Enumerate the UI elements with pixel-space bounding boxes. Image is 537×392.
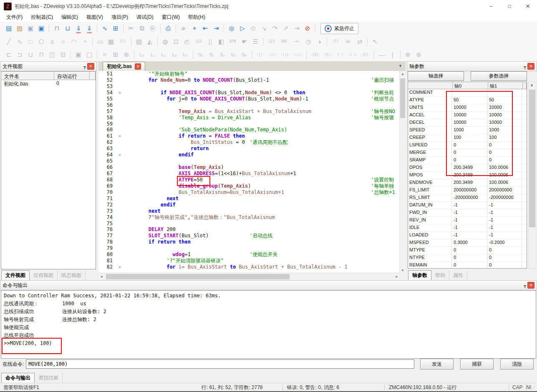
ladder-l0-icon[interactable]: L₀ xyxy=(137,50,147,60)
axis-scroll-thumb[interactable] xyxy=(529,90,535,227)
step-into-icon[interactable]: ↘ xyxy=(259,23,269,33)
clear-button[interactable]: 清除 xyxy=(500,359,534,369)
param-select-button[interactable]: 参数选择 xyxy=(471,71,527,81)
save-all-icon[interactable]: ▣ xyxy=(36,23,46,33)
download-ram-icon[interactable]: ⇓ram xyxy=(73,23,83,33)
ladder-ln-icon[interactable]: Lₙ xyxy=(180,50,190,60)
open-folder-icon[interactable]: ▨ xyxy=(15,23,25,33)
axis0-value[interactable]: 200000000 xyxy=(452,187,487,194)
fold-marker-icon[interactable]: ⊖ xyxy=(115,264,124,270)
axis1-value[interactable]: 10000 xyxy=(487,112,522,119)
scroll-left-icon[interactable]: ◄ xyxy=(98,274,104,279)
ladder-l2-icon[interactable]: L₂ xyxy=(159,50,169,60)
axis1-value[interactable] xyxy=(487,89,522,96)
axis-column-header[interactable]: 轴1 xyxy=(488,82,523,89)
send-button[interactable]: 发送 xyxy=(420,359,454,369)
ungroup-icon[interactable]: ▢ xyxy=(84,50,94,60)
axis-tab-axis-params[interactable]: 轴参数 xyxy=(408,270,431,281)
contact-open-icon[interactable]: -||- xyxy=(255,50,266,60)
close-panel-icon[interactable]: ✕ xyxy=(527,282,534,289)
axis-tab-properties[interactable]: 属性 xyxy=(449,271,467,280)
pin-icon[interactable]: ┳ xyxy=(524,64,526,69)
menu-item[interactable]: 文件(F) xyxy=(2,13,27,22)
editor-vertical-scrollbar[interactable]: ▲ ▼ xyxy=(399,71,406,273)
axis0-value[interactable]: 10000 xyxy=(452,104,487,111)
lamp-widget-icon[interactable]: ◍ xyxy=(160,37,170,47)
pie-tool-icon[interactable]: ◔ xyxy=(80,37,90,47)
function-f-block-icon[interactable]: -[F]- xyxy=(360,50,371,60)
axis0-value[interactable]: -1 xyxy=(452,217,487,224)
axis0-value[interactable]: 0 xyxy=(452,142,487,149)
axis0-value[interactable]: 200.3499 xyxy=(452,172,487,179)
group-icon[interactable]: ▣ xyxy=(73,50,83,60)
line-tool-icon[interactable]: ╱ xyxy=(4,37,14,47)
coil-output-icon[interactable]: ( ) xyxy=(334,50,346,60)
step-over-icon[interactable]: ↷ xyxy=(270,23,280,33)
axis0-value[interactable]: -1 xyxy=(452,209,487,216)
menu-item[interactable]: 窗口(W) xyxy=(158,13,184,22)
contact-closed-icon[interactable]: -|/|- xyxy=(267,50,279,60)
axis0-value[interactable]: -200000000 xyxy=(452,194,487,201)
disconnect-controller-icon[interactable]: ⊔ xyxy=(63,23,73,33)
grid-snap-icon[interactable]: ⌗ xyxy=(100,50,110,60)
axis1-value[interactable]: 0 xyxy=(487,254,522,261)
align-left-icon[interactable]: ⊏ xyxy=(4,50,14,60)
fold-marker-icon[interactable]: ⊖ xyxy=(115,152,124,158)
vertical-line-icon[interactable]: | xyxy=(388,50,398,60)
center-vertical-icon[interactable]: ⊟ xyxy=(58,50,68,60)
scroll-down-icon[interactable]: ▼ xyxy=(400,267,406,273)
stack-widget-icon[interactable]: ☰ xyxy=(250,37,260,47)
axis0-value[interactable]: 0 xyxy=(452,247,487,254)
close-button[interactable]: ✕ xyxy=(519,0,537,13)
axis1-value[interactable]: -0.2000 xyxy=(487,239,522,246)
switch-widget-icon[interactable]: ▯ xyxy=(205,37,215,47)
rect-tool-icon[interactable]: □ xyxy=(25,37,35,47)
center-horizontal-icon[interactable]: ◫ xyxy=(47,50,57,60)
node-slider-icon[interactable]: ─o─ xyxy=(291,37,303,47)
axis0-value[interactable]: -1 xyxy=(452,224,487,231)
text-input-icon[interactable]: ABC xyxy=(278,37,290,47)
textbox-widget-icon[interactable]: [T] xyxy=(330,37,341,47)
table-widget-icon[interactable]: ▦ xyxy=(106,37,116,47)
axis0-value[interactable]: 10000 xyxy=(452,112,487,119)
maximize-button[interactable]: □ xyxy=(500,0,519,13)
save-icon[interactable]: ▣ xyxy=(25,23,35,33)
output-tab-search-results[interactable]: 查找结果 xyxy=(35,373,63,383)
debug-run-icon[interactable]: ▷ xyxy=(237,23,247,33)
step-out-icon[interactable]: ↗ xyxy=(281,23,291,33)
indent-icon[interactable]: ⇥ xyxy=(211,23,221,33)
find-icon[interactable]: ⌕ xyxy=(179,23,189,33)
axis0-value[interactable] xyxy=(452,89,487,96)
editor-horizontal-scrollbar[interactable]: ◄ ► xyxy=(98,273,400,280)
imagebox-widget-icon[interactable]: [▨] xyxy=(342,37,354,47)
menu-item[interactable]: 视图(V) xyxy=(82,13,107,22)
menu-item[interactable]: 项目(P) xyxy=(107,13,132,22)
zigzag-tool-icon[interactable]: ≤ xyxy=(47,37,57,47)
axis0-value[interactable]: 0 xyxy=(452,149,487,156)
axis1-value[interactable]: 0 xyxy=(487,247,522,254)
close-panel-icon[interactable]: ✕ xyxy=(527,63,534,70)
coil-reset-icon[interactable]: -|C|- xyxy=(322,50,333,60)
connect-controller-icon[interactable]: ⊓ xyxy=(52,23,62,33)
axis1-value[interactable]: 0 xyxy=(487,142,522,149)
close-tab-icon[interactable]: ✕ xyxy=(135,63,141,70)
axis0-value[interactable]: 50 xyxy=(452,97,487,104)
axis1-value[interactable]: 10000 xyxy=(487,119,522,126)
number-input-icon[interactable]: 123 xyxy=(266,37,277,47)
delete-node-icon[interactable]: ⊗ xyxy=(403,50,413,60)
pin-icon[interactable]: ┳ xyxy=(524,283,526,288)
ladder-s0-icon[interactable]: S₀ xyxy=(196,50,206,60)
axis1-value[interactable]: -1 xyxy=(487,202,522,209)
axis-tab-help[interactable]: 帮助 xyxy=(431,271,449,280)
textframe-widget-icon[interactable]: [T] xyxy=(117,37,129,47)
axis0-value[interactable]: 0 xyxy=(452,262,487,269)
ladder-l1-icon[interactable]: L₁ xyxy=(148,50,158,60)
close-panel-icon[interactable]: ✕ xyxy=(87,63,94,70)
file-row[interactable]: 初始化.bas0 xyxy=(1,80,96,88)
menu-item[interactable]: 调试(D) xyxy=(132,13,158,22)
axis-column-header[interactable] xyxy=(408,82,453,89)
axis1-value[interactable]: -1 xyxy=(487,217,522,224)
coil-set-icon[interactable]: -|S|- xyxy=(309,50,321,60)
cut-icon[interactable]: ✂ xyxy=(126,23,136,33)
pin-icon[interactable]: ┳ xyxy=(83,64,86,69)
